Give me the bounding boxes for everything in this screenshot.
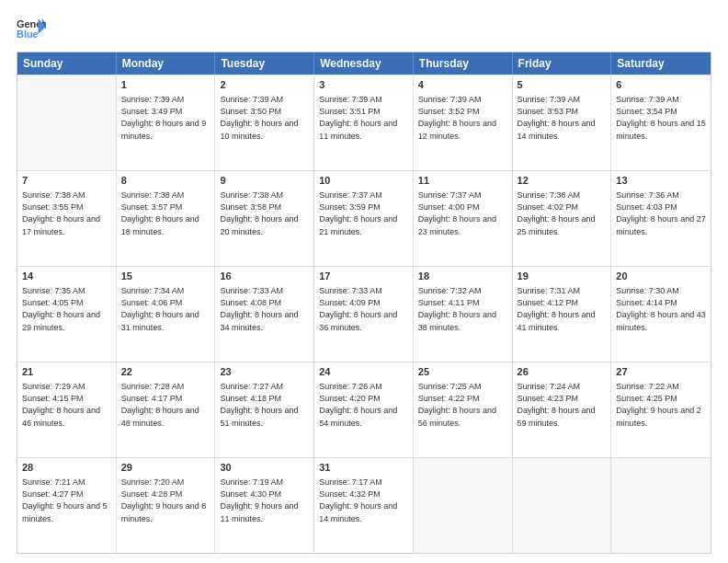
calendar-week-3: 14Sunrise: 7:35 AMSunset: 4:05 PMDayligh…	[17, 266, 711, 362]
day-info: Sunrise: 7:39 AMSunset: 3:51 PMDaylight:…	[319, 94, 408, 142]
calendar-header-row: SundayMondayTuesdayWednesdayThursdayFrid…	[17, 52, 711, 75]
day-info: Sunrise: 7:20 AMSunset: 4:28 PMDaylight:…	[121, 477, 210, 524]
calendar-cell: 15Sunrise: 7:34 AMSunset: 4:06 PMDayligh…	[117, 267, 216, 362]
calendar-cell	[414, 458, 513, 553]
day-info: Sunrise: 7:37 AMSunset: 3:59 PMDaylight:…	[319, 190, 408, 237]
logo: General Blue	[17, 17, 46, 42]
day-number: 18	[418, 270, 507, 283]
day-info: Sunrise: 7:31 AMSunset: 4:12 PMDaylight:…	[518, 285, 607, 333]
day-info: Sunrise: 7:39 AMSunset: 3:54 PMDaylight:…	[616, 94, 706, 142]
day-info: Sunrise: 7:17 AMSunset: 4:32 PMDaylight:…	[319, 477, 408, 524]
calendar-cell: 30Sunrise: 7:19 AMSunset: 4:30 PMDayligh…	[215, 458, 314, 553]
day-info: Sunrise: 7:24 AMSunset: 4:23 PMDaylight:…	[518, 381, 607, 429]
header-cell-wednesday: Wednesday	[314, 52, 414, 75]
day-number: 1	[121, 78, 210, 92]
calendar-cell: 6Sunrise: 7:39 AMSunset: 3:54 PMDaylight…	[611, 75, 711, 170]
day-number: 10	[319, 174, 408, 188]
day-number: 4	[418, 78, 507, 92]
day-number: 19	[518, 270, 607, 283]
calendar-cell: 4Sunrise: 7:39 AMSunset: 3:52 PMDaylight…	[414, 75, 513, 170]
header-cell-sunday: Sunday	[17, 52, 117, 75]
calendar-cell: 26Sunrise: 7:24 AMSunset: 4:23 PMDayligh…	[513, 362, 612, 457]
day-number: 11	[418, 174, 507, 188]
calendar-cell: 25Sunrise: 7:25 AMSunset: 4:22 PMDayligh…	[414, 362, 513, 457]
day-info: Sunrise: 7:33 AMSunset: 4:08 PMDaylight:…	[220, 285, 309, 333]
calendar-cell: 21Sunrise: 7:29 AMSunset: 4:15 PMDayligh…	[17, 362, 117, 457]
day-info: Sunrise: 7:37 AMSunset: 4:00 PMDaylight:…	[418, 190, 507, 237]
calendar-week-4: 21Sunrise: 7:29 AMSunset: 4:15 PMDayligh…	[17, 362, 711, 457]
day-info: Sunrise: 7:19 AMSunset: 4:30 PMDaylight:…	[220, 477, 309, 524]
calendar-cell: 14Sunrise: 7:35 AMSunset: 4:05 PMDayligh…	[17, 267, 117, 362]
day-info: Sunrise: 7:39 AMSunset: 3:52 PMDaylight:…	[418, 94, 507, 142]
calendar-week-2: 7Sunrise: 7:38 AMSunset: 3:55 PMDaylight…	[17, 170, 711, 266]
calendar-body: 1Sunrise: 7:39 AMSunset: 3:49 PMDaylight…	[17, 75, 711, 553]
calendar-cell: 31Sunrise: 7:17 AMSunset: 4:32 PMDayligh…	[314, 458, 414, 553]
calendar: SundayMondayTuesdayWednesdayThursdayFrid…	[17, 52, 711, 554]
day-number: 22	[121, 365, 210, 379]
day-info: Sunrise: 7:39 AMSunset: 3:49 PMDaylight:…	[121, 94, 210, 142]
day-number: 30	[220, 461, 309, 475]
day-number: 8	[121, 174, 210, 188]
day-number: 20	[616, 270, 706, 283]
calendar-cell: 18Sunrise: 7:32 AMSunset: 4:11 PMDayligh…	[414, 267, 513, 362]
logo-icon: General Blue	[17, 17, 46, 42]
calendar-cell: 2Sunrise: 7:39 AMSunset: 3:50 PMDaylight…	[215, 75, 314, 170]
day-info: Sunrise: 7:26 AMSunset: 4:20 PMDaylight:…	[319, 381, 408, 429]
day-number: 12	[518, 174, 607, 188]
day-number: 28	[22, 461, 111, 475]
calendar-cell: 27Sunrise: 7:22 AMSunset: 4:25 PMDayligh…	[611, 362, 711, 457]
day-info: Sunrise: 7:22 AMSunset: 4:25 PMDaylight:…	[616, 381, 706, 429]
day-number: 2	[220, 78, 309, 92]
calendar-cell: 17Sunrise: 7:33 AMSunset: 4:09 PMDayligh…	[314, 267, 414, 362]
day-number: 7	[22, 174, 111, 188]
day-info: Sunrise: 7:39 AMSunset: 3:53 PMDaylight:…	[518, 94, 607, 142]
page-header: General Blue	[17, 17, 711, 42]
day-info: Sunrise: 7:35 AMSunset: 4:05 PMDaylight:…	[22, 285, 111, 333]
calendar-cell: 11Sunrise: 7:37 AMSunset: 4:00 PMDayligh…	[414, 171, 513, 266]
day-info: Sunrise: 7:38 AMSunset: 3:55 PMDaylight:…	[22, 190, 111, 237]
day-info: Sunrise: 7:28 AMSunset: 4:17 PMDaylight:…	[121, 381, 210, 429]
calendar-cell: 10Sunrise: 7:37 AMSunset: 3:59 PMDayligh…	[314, 171, 414, 266]
calendar-cell: 7Sunrise: 7:38 AMSunset: 3:55 PMDaylight…	[17, 171, 117, 266]
day-number: 17	[319, 270, 408, 283]
day-info: Sunrise: 7:29 AMSunset: 4:15 PMDaylight:…	[22, 381, 111, 429]
calendar-cell: 24Sunrise: 7:26 AMSunset: 4:20 PMDayligh…	[314, 362, 414, 457]
day-number: 13	[616, 174, 706, 188]
header-cell-tuesday: Tuesday	[215, 52, 314, 75]
header-cell-monday: Monday	[117, 52, 216, 75]
day-info: Sunrise: 7:30 AMSunset: 4:14 PMDaylight:…	[616, 285, 706, 333]
header-cell-saturday: Saturday	[611, 52, 711, 75]
day-info: Sunrise: 7:38 AMSunset: 3:57 PMDaylight:…	[121, 190, 210, 237]
calendar-cell: 16Sunrise: 7:33 AMSunset: 4:08 PMDayligh…	[215, 267, 314, 362]
day-number: 9	[220, 174, 309, 188]
day-info: Sunrise: 7:33 AMSunset: 4:09 PMDaylight:…	[319, 285, 408, 333]
svg-text:Blue: Blue	[17, 29, 39, 40]
day-number: 3	[319, 78, 408, 92]
calendar-cell: 5Sunrise: 7:39 AMSunset: 3:53 PMDaylight…	[513, 75, 612, 170]
day-info: Sunrise: 7:32 AMSunset: 4:11 PMDaylight:…	[418, 285, 507, 333]
calendar-cell: 22Sunrise: 7:28 AMSunset: 4:17 PMDayligh…	[117, 362, 216, 457]
calendar-cell: 3Sunrise: 7:39 AMSunset: 3:51 PMDaylight…	[314, 75, 414, 170]
day-number: 31	[319, 461, 408, 475]
calendar-cell: 12Sunrise: 7:36 AMSunset: 4:02 PMDayligh…	[513, 171, 612, 266]
calendar-cell: 13Sunrise: 7:36 AMSunset: 4:03 PMDayligh…	[611, 171, 711, 266]
day-info: Sunrise: 7:21 AMSunset: 4:27 PMDaylight:…	[22, 477, 111, 524]
day-info: Sunrise: 7:25 AMSunset: 4:22 PMDaylight:…	[418, 381, 507, 429]
day-number: 25	[418, 365, 507, 379]
day-number: 14	[22, 270, 111, 283]
calendar-cell	[513, 458, 612, 553]
calendar-cell: 29Sunrise: 7:20 AMSunset: 4:28 PMDayligh…	[117, 458, 216, 553]
day-number: 5	[518, 78, 607, 92]
day-number: 16	[220, 270, 309, 283]
header-cell-thursday: Thursday	[414, 52, 513, 75]
day-number: 23	[220, 365, 309, 379]
calendar-cell: 28Sunrise: 7:21 AMSunset: 4:27 PMDayligh…	[17, 458, 117, 553]
day-number: 29	[121, 461, 210, 475]
day-info: Sunrise: 7:36 AMSunset: 4:02 PMDaylight:…	[518, 190, 607, 237]
calendar-cell	[17, 75, 117, 170]
day-number: 26	[518, 365, 607, 379]
calendar-week-5: 28Sunrise: 7:21 AMSunset: 4:27 PMDayligh…	[17, 457, 711, 553]
day-number: 6	[616, 78, 706, 92]
calendar-cell: 20Sunrise: 7:30 AMSunset: 4:14 PMDayligh…	[611, 267, 711, 362]
day-info: Sunrise: 7:39 AMSunset: 3:50 PMDaylight:…	[220, 94, 309, 142]
